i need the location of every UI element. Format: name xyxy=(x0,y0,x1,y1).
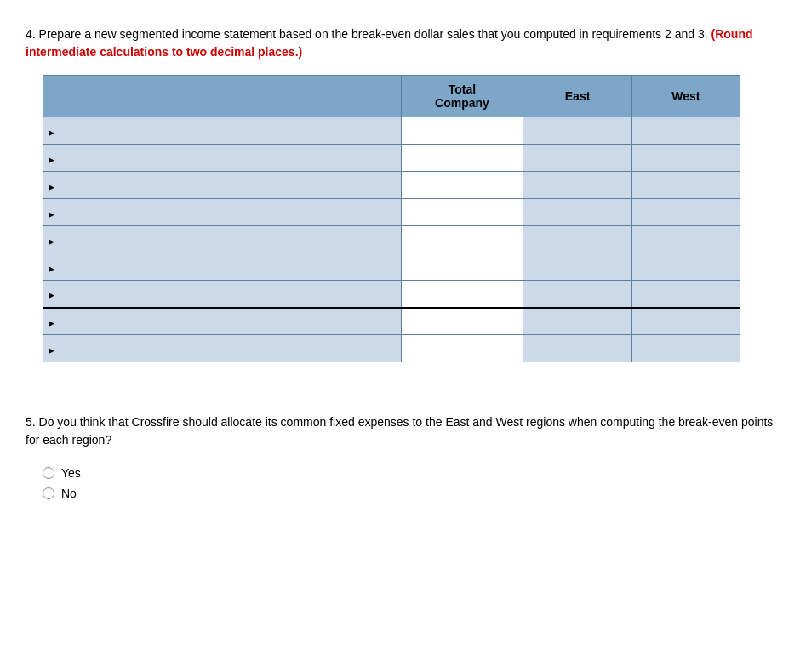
row-label-cell xyxy=(43,308,402,335)
radio-yes-item[interactable]: Yes xyxy=(43,466,774,480)
west-cell[interactable] xyxy=(631,145,740,172)
question-4-number: 4. xyxy=(26,27,36,41)
east-input[interactable] xyxy=(529,288,626,300)
west-cell[interactable] xyxy=(631,253,740,281)
east-input[interactable] xyxy=(529,125,626,138)
table-row xyxy=(43,308,740,335)
east-cell[interactable] xyxy=(523,172,631,199)
east-cell[interactable] xyxy=(523,145,631,172)
question-5: 5. Do you think that Crossfire should al… xyxy=(26,413,774,500)
row-label-cell xyxy=(43,117,402,145)
east-input[interactable] xyxy=(529,234,626,247)
col-header-west: West xyxy=(631,76,740,117)
table-row xyxy=(43,145,740,172)
east-cell[interactable] xyxy=(523,308,631,335)
east-cell[interactable] xyxy=(523,117,631,145)
row-arrow-icon xyxy=(49,206,58,219)
row-arrow-icon xyxy=(49,260,58,274)
radio-yes-label: Yes xyxy=(61,466,81,480)
total-company-cell[interactable] xyxy=(401,226,523,253)
table-row xyxy=(43,335,740,362)
west-input[interactable] xyxy=(637,288,734,300)
total-company-cell[interactable] xyxy=(401,199,523,226)
radio-no-circle[interactable] xyxy=(43,487,54,499)
radio-no-item[interactable]: No xyxy=(43,487,774,500)
total-company-input[interactable] xyxy=(407,261,518,274)
col-header-east: East xyxy=(523,76,631,117)
table-row xyxy=(43,253,740,281)
west-cell[interactable] xyxy=(631,199,740,226)
west-cell[interactable] xyxy=(631,172,740,199)
row-arrow-icon xyxy=(49,342,58,356)
east-cell[interactable] xyxy=(523,253,631,281)
west-cell[interactable] xyxy=(631,335,740,362)
west-input[interactable] xyxy=(637,343,734,356)
table-header-row: TotalCompany East West xyxy=(43,76,740,117)
west-input[interactable] xyxy=(637,207,734,219)
row-label-cell xyxy=(43,335,402,362)
row-label-cell xyxy=(43,253,402,281)
west-input[interactable] xyxy=(637,234,734,247)
table-row xyxy=(43,172,740,199)
row-arrow-icon xyxy=(49,233,58,247)
total-company-input[interactable] xyxy=(407,179,518,192)
east-input[interactable] xyxy=(529,316,626,328)
row-arrow-icon xyxy=(49,179,58,192)
total-company-input[interactable] xyxy=(407,207,518,219)
row-label-cell xyxy=(43,199,402,226)
west-input[interactable] xyxy=(637,125,734,138)
question-4-text: 4. Prepare a new segmented income statem… xyxy=(26,26,774,61)
west-input[interactable] xyxy=(637,152,734,165)
radio-no-label: No xyxy=(61,487,77,500)
table-row xyxy=(43,199,740,226)
question-4: 4. Prepare a new segmented income statem… xyxy=(26,26,774,362)
table-row xyxy=(43,117,740,145)
total-company-input[interactable] xyxy=(407,316,518,328)
row-label-cell xyxy=(43,226,402,253)
question-4-body: Prepare a new segmented income statement… xyxy=(39,27,708,41)
row-label-cell xyxy=(43,172,402,199)
east-input[interactable] xyxy=(529,343,626,356)
east-cell[interactable] xyxy=(523,199,631,226)
total-company-input[interactable] xyxy=(407,343,518,356)
east-cell[interactable] xyxy=(523,281,631,308)
yes-no-options: Yes No xyxy=(43,466,774,500)
row-arrow-icon xyxy=(49,287,58,300)
total-company-cell[interactable] xyxy=(401,335,523,362)
row-arrow-icon xyxy=(49,124,58,138)
west-cell[interactable] xyxy=(631,117,740,145)
row-arrow-icon xyxy=(49,151,58,165)
total-company-input[interactable] xyxy=(407,125,518,138)
question-5-text: 5. Do you think that Crossfire should al… xyxy=(26,413,774,449)
table-row xyxy=(43,281,740,308)
east-input[interactable] xyxy=(529,152,626,165)
total-company-input[interactable] xyxy=(407,288,518,300)
table-row xyxy=(43,226,740,253)
radio-yes-circle[interactable] xyxy=(43,467,54,479)
total-company-cell[interactable] xyxy=(401,172,523,199)
total-company-cell[interactable] xyxy=(401,281,523,308)
east-input[interactable] xyxy=(529,179,626,192)
total-company-input[interactable] xyxy=(407,234,518,247)
table-body xyxy=(43,117,740,362)
total-company-cell[interactable] xyxy=(401,145,523,172)
row-label-cell xyxy=(43,281,402,308)
total-company-cell[interactable] xyxy=(401,308,523,335)
west-cell[interactable] xyxy=(631,281,740,308)
west-input[interactable] xyxy=(637,316,734,328)
west-cell[interactable] xyxy=(631,308,740,335)
row-label-cell xyxy=(43,145,402,172)
total-company-input[interactable] xyxy=(407,152,518,165)
total-company-cell[interactable] xyxy=(401,117,523,145)
row-arrow-icon xyxy=(49,315,58,328)
east-input[interactable] xyxy=(529,261,626,274)
total-company-cell[interactable] xyxy=(401,253,523,281)
income-statement-table: TotalCompany East West xyxy=(43,75,740,362)
west-input[interactable] xyxy=(637,261,734,274)
west-cell[interactable] xyxy=(631,226,740,253)
east-cell[interactable] xyxy=(523,335,631,362)
east-input[interactable] xyxy=(529,207,626,219)
east-cell[interactable] xyxy=(523,226,631,253)
west-input[interactable] xyxy=(637,179,734,192)
question-5-number: 5. xyxy=(26,415,36,429)
